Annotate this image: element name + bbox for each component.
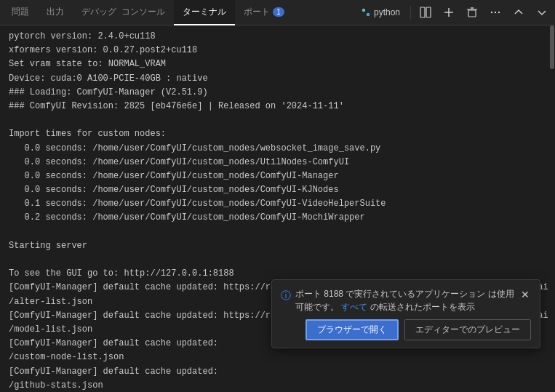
term-line: Import times for custom nodes: (9, 127, 546, 141)
add-icon (443, 7, 455, 18)
svg-rect-3 (426, 7, 431, 17)
tab-bar: 問題 出力 デバッグ コンソール ターミナル ポート 1 python (0, 0, 555, 25)
more-icon (490, 7, 501, 18)
term-line: xformers version: 0.0.27.post2+cu118 (9, 44, 546, 57)
svg-rect-0 (362, 9, 365, 12)
delete-terminal-button[interactable] (462, 4, 482, 21)
term-line: 0.0 seconds: /home/user/ComfyUI/custom_n… (9, 156, 546, 169)
python-icon (361, 7, 371, 17)
add-terminal-button[interactable] (439, 4, 459, 21)
term-line: 0.1 seconds: /home/user/ComfyUI/custom_n… (9, 197, 546, 211)
term-line-revision: ### ComfyUI Revision: 2825 [eb476e6e] | … (9, 100, 546, 113)
terminal-scrollbar[interactable] (548, 25, 555, 392)
svg-rect-1 (367, 13, 370, 16)
chevron-up-button[interactable] (508, 4, 529, 21)
term-line: /custom-node-list.json (9, 351, 546, 364)
term-line-blank (9, 253, 546, 267)
term-line: Set vram state to: NORMAL_VRAM (9, 57, 546, 71)
split-icon (420, 7, 431, 18)
chevron-up-icon (513, 7, 524, 18)
notification-close-button[interactable]: ✕ (519, 287, 531, 303)
tab-debug-console[interactable]: デバッグ コンソール (73, 0, 174, 25)
tab-mondai[interactable]: 問題 (3, 0, 38, 25)
notification-text: ポート 8188 で実行されているアプリケーション は使用可能です。 すべて の… (295, 287, 515, 313)
term-line: 0.0 seconds: /home/user/ComfyUI/custom_n… (9, 142, 546, 156)
chevron-down-button[interactable] (532, 4, 552, 21)
split-terminal-button[interactable] (415, 4, 436, 21)
term-line: pytorch version: 2.4.0+cu118 (9, 30, 546, 44)
tab-terminal[interactable]: ターミナル (174, 0, 235, 25)
term-line: ### Loading: ComfyUI-Manager (V2.51.9) (9, 86, 546, 100)
term-line: 0.0 seconds: /home/user/ComfyUI/custom_n… (9, 169, 546, 183)
term-line-blank (9, 113, 546, 127)
term-line: 0.2 seconds: /home/user/ComfyUI/custom_n… (9, 211, 546, 225)
port-badge: 1 (273, 7, 284, 17)
svg-rect-6 (468, 10, 476, 17)
python-selector[interactable]: python (355, 6, 406, 19)
term-line: Starting server (9, 239, 546, 253)
chevron-down-icon (536, 7, 548, 18)
svg-point-11 (498, 12, 500, 13)
term-line: [ComfyUI-Manager] default cache updated: (9, 365, 546, 379)
trash-icon (466, 7, 478, 18)
preview-editor-button[interactable]: エディターでのプレビュー (404, 319, 531, 340)
scrollbar-thumb[interactable] (550, 25, 554, 69)
more-button[interactable] (485, 4, 506, 21)
tab-port[interactable]: ポート 1 (235, 0, 293, 25)
all-ports-link[interactable]: すべて (341, 302, 367, 312)
term-line: 0.0 seconds: /home/user/ComfyUI/custom_n… (9, 183, 546, 197)
port-notification: ⓘ ポート 8188 で実行されているアプリケーション は使用可能です。 すべて… (271, 279, 540, 348)
info-icon: ⓘ (281, 288, 291, 304)
svg-point-9 (491, 12, 492, 13)
term-line: /github-stats.json (9, 379, 546, 392)
svg-point-10 (495, 12, 496, 13)
term-line: Device: cuda:0 A100-PCIE-40GB : native (9, 72, 546, 86)
notification-buttons: ブラウザーで開く エディターでのプレビュー (281, 319, 531, 340)
tab-shutsuryoku[interactable]: 出力 (38, 0, 73, 25)
notification-header: ⓘ ポート 8188 で実行されているアプリケーション は使用可能です。 すべて… (281, 287, 531, 313)
divider (410, 6, 411, 19)
term-line-blank (9, 225, 546, 239)
toolbar-right: python (355, 4, 552, 21)
svg-rect-2 (420, 7, 425, 17)
terminal-panel[interactable]: pytorch version: 2.4.0+cu118 xformers ve… (0, 25, 555, 392)
open-browser-button[interactable]: ブラウザーで開く (306, 319, 399, 340)
